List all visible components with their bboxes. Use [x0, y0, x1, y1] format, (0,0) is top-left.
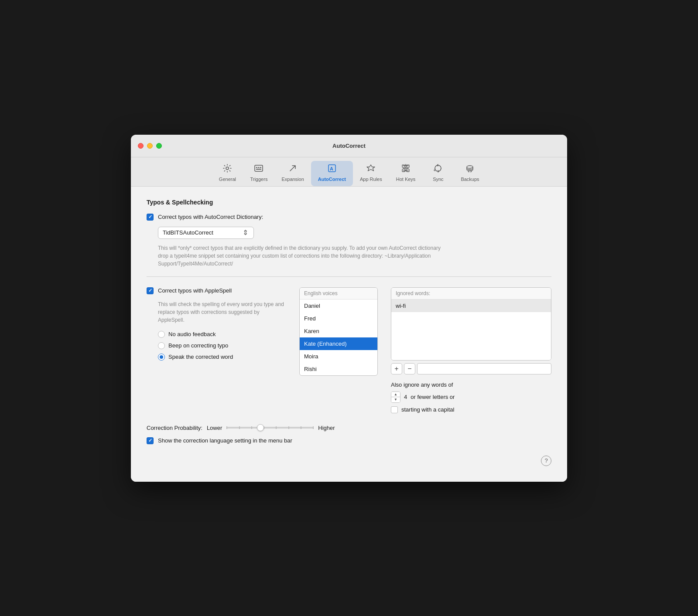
svg-rect-10 [402, 169, 405, 172]
voice-list-section: English voices Daniel Fred Karen Kate (E… [299, 287, 378, 417]
hot-keys-icon [401, 163, 411, 175]
help-button[interactable]: ? [541, 456, 551, 466]
voice-item-moira[interactable]: Moira [300, 350, 377, 363]
svg-rect-3 [258, 167, 260, 168]
stepper-up-btn[interactable]: ▲ [391, 392, 400, 397]
stepper-value: 4 [404, 394, 407, 400]
close-button[interactable] [138, 143, 144, 149]
radio-speak-label: Speak the corrected word [168, 354, 233, 360]
radio-speak[interactable]: Speak the corrected word [158, 354, 286, 361]
also-ignore-count-row: ▲ ▼ 4 or fewer letters or [391, 391, 551, 403]
ignored-words-section: Ignored words: wi-fi + − Also ignore any… [391, 287, 551, 417]
tab-app-rules-label: App Rules [360, 177, 382, 182]
section-divider [147, 276, 551, 277]
dictionary-select-wrapper: TidBITSAutoCorrect ⇕ [158, 227, 248, 239]
triggers-icon [254, 163, 263, 175]
audio-feedback-group: No audio feedback Beep on correcting typ… [158, 331, 286, 361]
autocorrect-description: This will *only* correct typos that are … [158, 244, 446, 268]
autocorrect-icon: A [327, 163, 337, 175]
higher-label: Higher [318, 425, 335, 431]
stepper-down-btn[interactable]: ▼ [391, 397, 400, 402]
voice-item-kate[interactable]: Kate (Enhanced) [300, 337, 377, 350]
tab-sync[interactable]: Sync [422, 161, 454, 186]
voice-list-header: English voices [300, 288, 377, 299]
backups-icon [465, 163, 475, 175]
capital-label: starting with a capital [401, 406, 454, 413]
fewer-letters-label: or fewer letters or [411, 394, 455, 400]
probability-slider[interactable] [226, 427, 314, 429]
traffic-lights [138, 143, 162, 149]
expansion-icon [288, 163, 298, 175]
svg-rect-4 [260, 167, 261, 168]
radio-speak-dot [160, 355, 163, 359]
tab-app-rules[interactable]: App Rules [353, 161, 389, 186]
content-area: Typos & Spellchecking ✓ Correct typos wi… [131, 187, 567, 482]
maximize-button[interactable] [156, 143, 162, 149]
svg-point-12 [467, 166, 473, 168]
radio-no-audio-btn[interactable] [158, 331, 165, 338]
window-title: AutoCorrect [332, 143, 366, 149]
svg-rect-11 [407, 169, 409, 172]
autocorrect-dict-row: ✓ Correct typos with AutoCorrect Diction… [147, 214, 551, 221]
svg-point-0 [226, 167, 229, 170]
minimize-button[interactable] [147, 143, 153, 149]
autocorrect-dict-checkbox[interactable]: ✓ [147, 214, 154, 221]
radio-beep[interactable]: Beep on correcting typo [158, 342, 286, 349]
applyspell-section: ✓ Correct typos with AppleSpell This wil… [147, 287, 551, 417]
svg-text:A: A [330, 166, 333, 171]
radio-beep-label: Beep on correcting typo [168, 342, 228, 349]
ignored-words-body [391, 312, 551, 360]
show-language-checkbox[interactable]: ✓ [147, 437, 154, 444]
also-ignore-title: Also ignore any words of [391, 381, 551, 388]
autocorrect-dict-label: Correct typos with AutoCorrect Dictionar… [158, 214, 263, 220]
tab-triggers[interactable]: Triggers [243, 161, 274, 186]
radio-no-audio-label: No audio feedback [168, 331, 216, 337]
voice-item-karen[interactable]: Karen [300, 325, 377, 337]
slider-ticks [226, 426, 314, 429]
word-input-field[interactable] [417, 363, 551, 374]
voice-item-fred[interactable]: Fred [300, 312, 377, 325]
applyspell-left: ✓ Correct typos with AppleSpell This wil… [147, 287, 286, 417]
tab-general[interactable]: General [212, 161, 243, 186]
svg-rect-5 [256, 169, 261, 170]
app-rules-icon [366, 163, 376, 175]
radio-beep-btn[interactable] [158, 342, 165, 349]
lower-label: Lower [207, 425, 222, 431]
toolbar: General Triggers Expansion [131, 157, 567, 187]
also-ignore-section: Also ignore any words of ▲ ▼ 4 or fewer … [391, 381, 551, 413]
tab-sync-label: Sync [433, 177, 443, 182]
ignored-word-wifi[interactable]: wi-fi [391, 299, 551, 312]
tab-backups[interactable]: Backups [454, 161, 486, 186]
svg-rect-1 [255, 165, 263, 171]
voice-item-daniel[interactable]: Daniel [300, 299, 377, 312]
letter-count-stepper[interactable]: ▲ ▼ [391, 391, 400, 403]
tab-expansion-label: Expansion [281, 177, 304, 182]
tab-autocorrect-label: AutoCorrect [318, 177, 346, 182]
sync-icon [433, 163, 443, 175]
app-window: AutoCorrect General Tr [131, 135, 567, 482]
titlebar: AutoCorrect [131, 135, 567, 157]
section1-title: Typos & Spellchecking [147, 199, 551, 206]
voice-item-rishi[interactable]: Rishi [300, 363, 377, 375]
applyspell-checkbox[interactable]: ✓ [147, 287, 154, 294]
remove-word-button[interactable]: − [404, 363, 415, 374]
ignored-words-header: Ignored words: [391, 288, 551, 299]
tab-backups-label: Backups [461, 177, 479, 182]
radio-no-audio[interactable]: No audio feedback [158, 331, 286, 338]
tab-autocorrect[interactable]: A AutoCorrect [311, 161, 353, 186]
radio-speak-btn[interactable] [158, 354, 165, 361]
general-icon [222, 163, 232, 175]
ignored-words-controls: + − [391, 363, 551, 374]
capital-checkbox[interactable] [391, 406, 398, 413]
tab-general-label: General [219, 177, 236, 182]
add-word-button[interactable]: + [391, 363, 402, 374]
tab-hot-keys[interactable]: Hot Keys [389, 161, 423, 186]
svg-rect-2 [256, 167, 257, 168]
svg-rect-8 [402, 165, 405, 167]
applyspell-label: Correct typos with AppleSpell [158, 287, 232, 294]
dictionary-select[interactable]: TidBITSAutoCorrect [158, 227, 254, 239]
tab-expansion[interactable]: Expansion [274, 161, 311, 186]
tab-hot-keys-label: Hot Keys [396, 177, 416, 182]
show-language-row: ✓ Show the correction language setting i… [147, 437, 551, 444]
slider-thumb[interactable] [257, 424, 264, 431]
